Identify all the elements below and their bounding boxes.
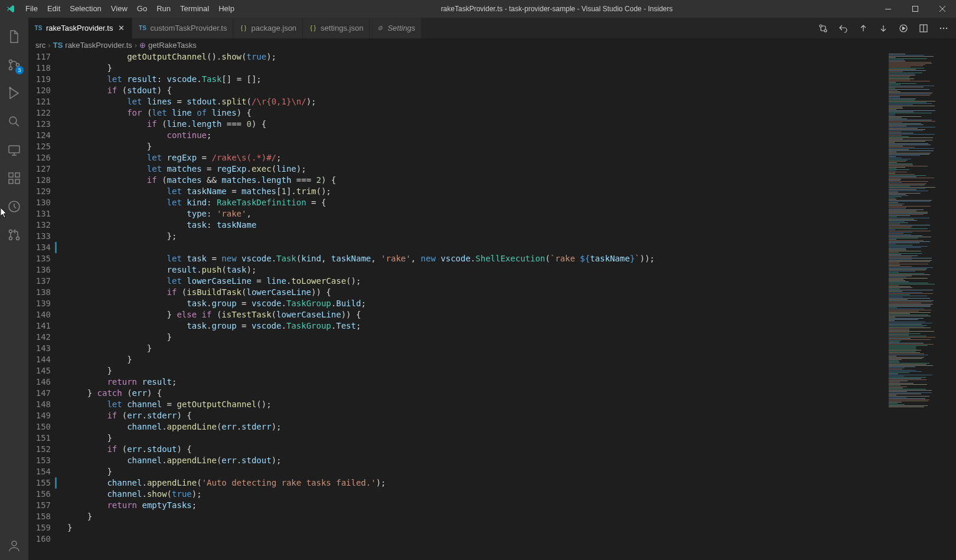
code-line[interactable]: channel.appendLine('Auto detecting rake … [67,477,885,489]
run-debug-icon[interactable] [0,79,28,107]
code-line[interactable]: continue; [67,130,885,141]
code-line[interactable]: } [67,141,885,152]
code-line[interactable]: let channel = getOutputChannel(); [67,399,885,410]
code-line[interactable]: let result: vscode.Task[] = []; [67,74,885,85]
code-line[interactable]: }; [67,231,885,242]
code-line[interactable]: task: taskName [67,220,885,231]
more-actions-icon[interactable] [937,22,950,35]
code-line[interactable]: } [67,522,885,533]
code-line[interactable]: } [67,511,885,522]
debug-console-icon[interactable] [0,192,28,221]
code-line[interactable]: if (err.stdout) { [67,444,885,455]
code-line[interactable]: let taskName = matches[1].trim(); [67,186,885,197]
tab-package-json[interactable]: { }package.json [233,18,303,38]
code-line[interactable]: for (let line of lines) { [67,107,885,119]
code-line[interactable]: let lines = stdout.split(/\r{0,1}\n/); [67,96,885,107]
code-line[interactable]: channel.appendLine(err.stdout); [67,455,885,466]
svg-point-22 [943,27,944,28]
code-line[interactable]: } [67,332,885,343]
code-line[interactable]: if (stdout) { [67,85,885,96]
code-line[interactable]: } [67,433,885,444]
code-line[interactable]: return emptyTasks; [67,500,885,511]
accounts-icon[interactable] [0,532,28,560]
breadcrumbs[interactable]: src › TSrakeTaskProvider.ts › ⊕getRakeTa… [28,38,956,51]
tab-raketaskprovider-ts[interactable]: TSrakeTaskProvider.ts✕ [28,18,132,38]
code-line[interactable]: let kind: RakeTaskDefinition = { [67,197,885,208]
menu-selection[interactable]: Selection [65,0,106,18]
line-number: 154 [28,466,51,477]
code-content[interactable]: getOutputChannel().show(true); } let res… [61,51,885,560]
code-line[interactable]: if (err.stderr) { [67,410,885,421]
code-line[interactable]: let task = new vscode.Task(kind, taskNam… [67,253,885,264]
breadcrumb-folder[interactable]: src [35,41,45,50]
line-number: 131 [28,208,51,220]
split-editor-icon[interactable] [917,22,930,35]
search-icon[interactable] [0,107,28,136]
undo-icon[interactable] [837,22,850,35]
code-line[interactable]: channel.appendLine(err.stderr); [67,421,885,433]
editor-body[interactable]: 1171181191201211221231241251261271281291… [28,51,956,560]
extensions-icon[interactable] [0,164,28,192]
remote-explorer-icon[interactable] [0,136,28,164]
menu-file[interactable]: File [21,0,43,18]
code-line[interactable]: if (line.length === 0) { [67,119,885,130]
code-line[interactable]: task.group = vscode.TaskGroup.Build; [67,298,885,309]
code-line[interactable]: if (matches && matches.length === 2) { [67,175,885,186]
code-line[interactable]: } catch (err) { [67,388,885,399]
menu-help[interactable]: Help [214,0,239,18]
menu-edit[interactable]: Edit [43,0,65,18]
code-line[interactable]: let matches = regExp.exec(line); [67,163,885,175]
code-line[interactable]: if (isBuildTask(lowerCaseLine)) { [67,287,885,298]
code-line[interactable]: } [67,354,885,365]
minimap[interactable] [885,51,956,560]
breadcrumb-symbol[interactable]: ⊕getRakeTasks [139,41,197,50]
explorer-icon[interactable] [0,22,28,51]
menu-run[interactable]: Run [152,0,175,18]
line-number: 140 [28,309,51,320]
close-tab-icon[interactable]: ✕ [116,24,126,33]
code-line[interactable]: } [67,343,885,354]
code-line[interactable]: } [67,63,885,74]
code-line[interactable]: return result; [67,376,885,388]
code-line[interactable]: channel.show(true); [67,489,885,500]
line-number: 149 [28,410,51,421]
menu-go[interactable]: Go [132,0,152,18]
svg-rect-11 [15,173,19,177]
code-line[interactable]: } [67,466,885,477]
source-control-icon[interactable]: 3 [0,51,28,79]
code-line[interactable] [67,242,885,253]
code-line[interactable] [67,533,885,545]
run-icon[interactable] [897,22,910,35]
maximize-button[interactable] [902,0,929,18]
line-number: 134 [28,242,51,253]
breadcrumb-file[interactable]: TSrakeTaskProvider.ts [53,41,132,50]
code-line[interactable]: getOutputChannel().show(true); [67,51,885,63]
next-change-icon[interactable] [877,22,890,35]
tab-customtaskprovider-ts[interactable]: TScustomTaskProvider.ts [132,18,233,38]
compare-changes-icon[interactable] [817,22,830,35]
tab-settings-json[interactable]: { }settings.json [303,18,370,38]
tabs-row: TSrakeTaskProvider.ts✕TScustomTaskProvid… [28,18,956,38]
scm-badge: 3 [15,66,24,74]
svg-point-6 [9,117,17,124]
tab-settings[interactable]: ⚙Settings [370,18,422,38]
github-pr-icon[interactable] [0,221,28,249]
code-line[interactable]: let regExp = /rake\s(.*)#/; [67,152,885,163]
code-line[interactable]: } else if (isTestTask(lowerCaseLine)) { [67,309,885,320]
close-window-button[interactable] [929,0,956,18]
code-line[interactable]: } [67,365,885,376]
prev-change-icon[interactable] [857,22,870,35]
minimize-button[interactable] [875,0,902,18]
menu-view[interactable]: View [106,0,132,18]
line-number: 160 [28,533,51,545]
menubar: FileEditSelectionViewGoRunTerminalHelp [21,0,239,18]
line-number-gutter: 1171181191201211221231241251261271281291… [28,51,61,560]
menu-terminal[interactable]: Terminal [175,0,214,18]
code-line[interactable]: type: 'rake', [67,208,885,220]
line-number: 159 [28,522,51,533]
code-line[interactable]: result.push(task); [67,264,885,276]
code-line[interactable]: let lowerCaseLine = line.toLowerCase(); [67,276,885,287]
line-number: 123 [28,119,51,130]
code-line[interactable]: task.group = vscode.TaskGroup.Test; [67,320,885,332]
line-number: 125 [28,141,51,152]
